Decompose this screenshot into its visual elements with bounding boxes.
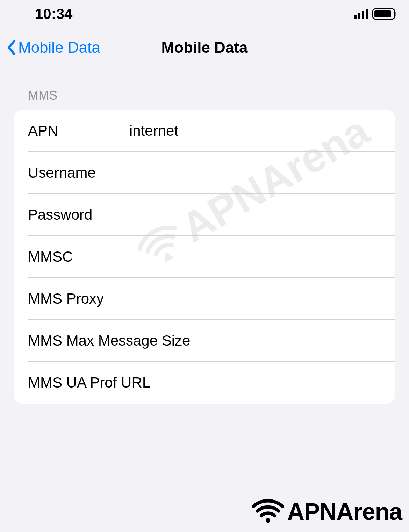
- chevron-left-icon: [7, 40, 16, 55]
- signal-icon: [354, 9, 368, 19]
- row-label-password: Password: [28, 206, 129, 223]
- row-label-mmsc: MMSC: [28, 248, 129, 265]
- footer-text: APNArena: [287, 498, 402, 525]
- row-mms-ua-prof[interactable]: MMS UA Prof URL: [14, 362, 395, 404]
- row-apn[interactable]: APN: [14, 110, 395, 152]
- section-header-mms: MMS: [14, 88, 395, 110]
- username-field[interactable]: [129, 164, 395, 181]
- row-label-mms-ua-prof: MMS UA Prof URL: [28, 374, 395, 391]
- page-title: Mobile Data: [162, 39, 248, 56]
- password-field[interactable]: [129, 206, 395, 223]
- row-password[interactable]: Password: [14, 194, 395, 236]
- row-username[interactable]: Username: [14, 152, 395, 194]
- row-label-apn: APN: [28, 122, 129, 139]
- settings-group-mms: APN Username Password MMSC MMS Proxy MMS…: [14, 110, 395, 404]
- mms-proxy-field[interactable]: [129, 290, 395, 307]
- row-mms-max-size[interactable]: MMS Max Message Size: [14, 320, 395, 362]
- wifi-icon: [251, 498, 285, 525]
- status-time: 10:34: [35, 6, 72, 22]
- mmsc-field[interactable]: [129, 248, 395, 265]
- battery-icon: [372, 8, 395, 20]
- back-label: Mobile Data: [18, 39, 100, 56]
- row-mms-proxy[interactable]: MMS Proxy: [14, 278, 395, 320]
- footer-logo: APNArena: [251, 498, 402, 525]
- row-label-mms-max-size: MMS Max Message Size: [28, 332, 395, 349]
- status-right: [354, 8, 395, 20]
- row-label-mms-proxy: MMS Proxy: [28, 290, 129, 307]
- row-label-username: Username: [28, 164, 129, 181]
- content: MMS APN Username Password MMSC MMS Proxy…: [0, 67, 409, 404]
- svg-point-1: [266, 518, 270, 523]
- back-button[interactable]: Mobile Data: [7, 39, 100, 56]
- apn-field[interactable]: [129, 122, 395, 139]
- nav-bar: Mobile Data Mobile Data: [0, 28, 409, 67]
- status-bar: 10:34: [0, 0, 409, 28]
- row-mmsc[interactable]: MMSC: [14, 236, 395, 278]
